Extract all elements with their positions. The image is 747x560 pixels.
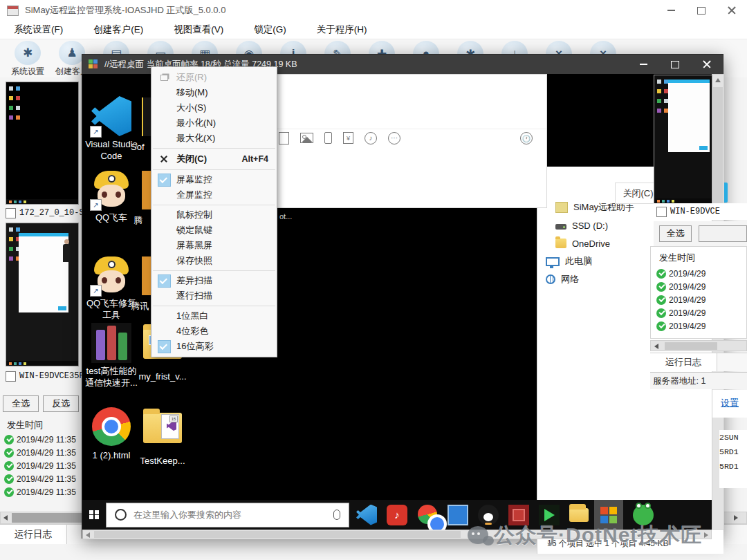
main-window-title: SiMay远程监控管理系统-IOASJHD 正式版_5.0.0.0 — [25, 4, 225, 17]
context-menu-item[interactable]: 鼠标控制 — [151, 207, 277, 223]
context-menu-item[interactable]: 最小化(N) — [151, 115, 277, 131]
host-thumbnail-3[interactable] — [654, 75, 712, 204]
context-menu-item[interactable]: 锁定鼠键 — [151, 223, 277, 238]
viewer-close-button[interactable] — [691, 55, 723, 74]
toolbar-label: 系统设置 — [11, 66, 44, 77]
context-menu-item[interactable]: 16位高彩 — [151, 339, 277, 354]
tab-run-log[interactable]: 运行日志 — [650, 353, 717, 371]
transfer-icon[interactable]: ¥ — [343, 132, 353, 144]
shortcut-arrow-icon: ↗ — [90, 126, 102, 138]
context-menu-item[interactable]: 全屏监控 — [151, 187, 277, 203]
right-select-all-button[interactable]: 全选 — [659, 225, 692, 242]
log-entry: 2019/4/29 — [656, 306, 746, 319]
chat-dialog: ¥ ♪ ··· 🕐 关闭(C) 发送(S) — [273, 74, 547, 208]
close-icon — [160, 156, 167, 162]
watermark: 公众号·DotNet技术匠 — [468, 516, 747, 554]
file-icon[interactable] — [279, 132, 289, 144]
host-name-fragment: 5RD1 — [719, 459, 747, 474]
watermark-text: 公众号·DotNet技术匠 — [494, 521, 702, 550]
viewer-minimize-button[interactable] — [627, 55, 659, 74]
host-label: WIN-E9DVCE — [670, 207, 720, 216]
desktop-icon-html-file[interactable]: 1 (2).html — [84, 407, 139, 461]
context-menu-item[interactable]: 差异扫描 — [151, 273, 277, 288]
taskbar-chrome-icon[interactable] — [417, 505, 438, 525]
main-maximize-button[interactable] — [686, 0, 717, 21]
menubar-item[interactable]: 创建客户(E) — [84, 21, 153, 39]
toolbar-button[interactable]: ✱系统设置 — [6, 39, 50, 77]
settings-link[interactable]: 设置 — [721, 397, 739, 409]
context-menu-item[interactable]: 4位彩色 — [151, 324, 277, 339]
net-icon — [546, 274, 555, 284]
success-check-icon — [4, 448, 14, 458]
host-name-fragments: 2SUN5RD15RD1 — [719, 430, 747, 488]
host-checkbox[interactable] — [656, 207, 667, 217]
more-icon[interactable]: ··· — [388, 132, 400, 144]
drive-icon — [555, 224, 566, 230]
menubar-item[interactable]: 关于程序(H) — [307, 21, 377, 39]
log-entry: 2019/4/29 11:35 — [4, 459, 82, 472]
viewer-icon — [89, 59, 98, 69]
search-input[interactable] — [132, 509, 333, 521]
log-entry: 2019/4/29 — [656, 267, 746, 280]
taskbar-search[interactable] — [106, 503, 349, 528]
context-menu-item[interactable]: 1位黑白 — [151, 308, 277, 324]
checkmark-icon — [158, 274, 171, 288]
tab-run-log[interactable]: 运行日志 — [0, 525, 67, 544]
context-menu-item[interactable]: 还原(R) — [151, 70, 277, 85]
context-menu-item[interactable]: 最大化(X) — [151, 131, 277, 146]
main-close-button[interactable] — [717, 0, 747, 21]
menubar-item[interactable]: 系统设置(F) — [4, 21, 73, 39]
host-label: 172_27_0_10-SiMa — [19, 208, 82, 218]
menu-separator — [153, 205, 275, 205]
context-menu-item[interactable]: 移动(M) — [151, 85, 277, 100]
success-check-icon — [4, 487, 14, 497]
history-clock-icon[interactable]: 🕐 — [520, 132, 533, 144]
image-icon[interactable] — [300, 133, 313, 143]
context-menu-item[interactable]: 屏幕监控 — [151, 172, 277, 187]
host-thumbnail-2[interactable] — [6, 223, 79, 366]
context-menu-item[interactable]: 屏幕黑屏 — [151, 238, 277, 253]
pc-icon — [546, 257, 560, 266]
desktop-icon-partial[interactable] — [142, 171, 151, 209]
right-status-bar: 服务器地址: 1 — [650, 372, 747, 389]
desktop-icon-qq-speed[interactable]: ↗ QQ飞车 — [84, 169, 139, 223]
desktop-icon-testkeep-folder[interactable]: 15 TestKeep... — [135, 407, 190, 467]
hidden-label-fragment: ot... — [279, 212, 292, 221]
chat-toolbar: ¥ ♪ ··· 🕐 — [273, 129, 546, 147]
menubar-item[interactable]: 锁定(G) — [244, 21, 296, 39]
window-context-menu: 还原(R)移动(M)大小(S)最小化(N)最大化(X)关闭(C)Alt+F4屏幕… — [151, 66, 277, 357]
context-menu-item[interactable]: 保存快照 — [151, 253, 277, 268]
host-thumbnail-1[interactable] — [6, 82, 79, 205]
select-all-button[interactable]: 全选 — [3, 395, 39, 412]
context-menu-item[interactable]: 关闭(C)Alt+F4 — [151, 151, 277, 167]
host-checkbox[interactable] — [6, 371, 16, 382]
taskbar-vscode-icon[interactable] — [356, 505, 377, 525]
context-menu-item[interactable]: 大小(S) — [151, 100, 277, 115]
music-icon[interactable]: ♪ — [365, 132, 377, 144]
menubar-item[interactable]: 视图查看(V) — [164, 21, 233, 39]
menubar: 系统设置(F)创建客户(E)视图查看(V)锁定(G)关于程序(H) — [0, 21, 747, 39]
host-checkbox[interactable] — [6, 208, 16, 218]
main-titlebar: SiMay远程监控管理系统-IOASJHD 正式版_5.0.0.0 — [0, 0, 747, 21]
menu-separator — [153, 148, 275, 149]
event-log-list: 2019/4/292019/4/292019/4/292019/4/292019… — [656, 267, 746, 333]
desktop-icon-test-rar[interactable]: test高性能的 通信快速开... — [84, 323, 139, 389]
menu-separator — [153, 306, 275, 306]
start-button[interactable] — [82, 500, 106, 530]
checkmark-icon — [158, 340, 171, 353]
right-log-panel: 发生时间 2019/4/292019/4/292019/4/292019/4/2… — [650, 246, 747, 339]
right-horizontal-scrollbar[interactable] — [650, 340, 747, 351]
invert-select-button[interactable]: 反选 — [43, 395, 79, 412]
viewer-maximize-button[interactable] — [659, 55, 691, 74]
desktop-icon-label-partial: Sof — [131, 141, 151, 153]
context-menu-item[interactable]: 逐行扫描 — [151, 288, 277, 304]
main-minimize-button[interactable] — [656, 0, 686, 21]
desktop-icon-partial[interactable] — [142, 256, 151, 295]
success-check-icon — [4, 435, 14, 445]
taskbar-app-window-icon[interactable] — [448, 505, 468, 525]
taskbar-netease-icon[interactable]: ♪ — [387, 505, 407, 525]
shake-icon[interactable] — [324, 132, 332, 144]
menu-separator — [153, 169, 275, 170]
right-partial-button[interactable] — [699, 225, 747, 242]
success-check-icon — [656, 282, 666, 292]
